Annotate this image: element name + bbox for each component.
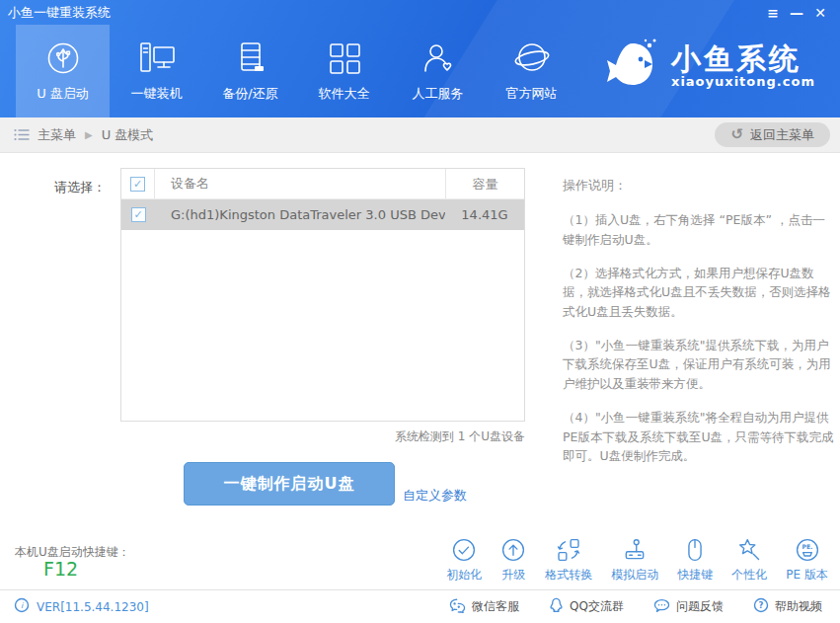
nav-label: 软件大全 — [319, 85, 370, 103]
breadcrumb: 主菜单 ▶ U 盘模式 ↺ 返回主菜单 — [0, 117, 840, 153]
back-arrow-icon: ↺ — [730, 127, 743, 142]
tool-label: PE 版本 — [786, 567, 828, 584]
app-window: 小鱼一键重装系统 ≡ — ✕ U 盘启动 — [0, 0, 840, 623]
svg-text:?: ? — [759, 600, 764, 610]
nav-tab-one-click-install[interactable]: 一键装机 — [110, 25, 203, 117]
info-icon: i — [14, 597, 30, 616]
wechat-icon — [449, 598, 466, 616]
list-icon — [14, 128, 30, 141]
format-convert-icon — [556, 536, 581, 563]
website-globe-icon — [513, 40, 551, 76]
device-table: ✓ 设备名 容量 ✓ G:(hd1)Kingston DataTraveler … — [120, 168, 525, 422]
tool-personalize[interactable]: 个性化 — [731, 536, 767, 584]
tool-label: 快捷键 — [677, 567, 713, 584]
version-text: VER[11.5.44.1230] — [37, 600, 149, 614]
brand-name: 小鱼系统 — [671, 43, 815, 75]
detect-status-text: 系统检测到 1 个U盘设备 — [120, 428, 525, 445]
tool-label: 个性化 — [731, 567, 767, 584]
custom-params-link[interactable]: 自定义参数 — [403, 487, 467, 505]
nav-tab-software[interactable]: 软件大全 — [297, 25, 391, 117]
tool-label: 模拟启动 — [611, 567, 658, 584]
close-icon[interactable]: ✕ — [808, 3, 832, 23]
hotkey-value: F12 — [43, 558, 78, 580]
tools-row: 初始化 升级 格式转换 — [446, 536, 828, 584]
window-title: 小鱼一键重装系统 — [0, 4, 111, 22]
tool-upgrade[interactable]: 升级 — [500, 536, 526, 584]
tool-label: 初始化 — [446, 567, 482, 584]
select-label: 请选择： — [54, 179, 106, 196]
instruction-step: （3）"小鱼一键重装系统"提供系统下载，为用户下载系统保存至U盘，保证用户有系统… — [563, 336, 837, 393]
device-name: G:(hd1)Kingston DataTraveler 3.0 USB Dev… — [155, 207, 445, 222]
nav-tab-backup-restore[interactable]: 备份/还原 — [203, 25, 297, 117]
backup-restore-icon — [233, 40, 268, 76]
status-link-label: 微信客服 — [472, 598, 519, 615]
nav-tab-usb-boot[interactable]: U 盘启动 — [16, 25, 110, 117]
pe-version-icon: PE. — [795, 536, 820, 563]
brand-domain: xiaoyuxitong.com — [671, 74, 815, 89]
table-row[interactable]: ✓ G:(hd1)Kingston DataTraveler 3.0 USB D… — [121, 199, 524, 230]
help-video-icon: ? — [753, 597, 769, 616]
make-boot-usb-button[interactable]: 一键制作启动U盘 — [184, 462, 395, 506]
qq-icon — [549, 597, 564, 617]
brand-text: 小鱼系统 xiaoyuxitong.com — [671, 43, 815, 90]
nav-label: U 盘启动 — [37, 85, 89, 103]
minimize-icon[interactable]: — — [785, 3, 808, 23]
tool-initialize[interactable]: 初始化 — [446, 536, 482, 584]
tool-hotkey[interactable]: 快捷键 — [677, 536, 713, 584]
device-capacity: 14.41G — [445, 199, 524, 230]
tool-format-convert[interactable]: 格式转换 — [545, 536, 592, 584]
qq-group-link[interactable]: QQ交流群 — [549, 597, 624, 617]
nav-tab-support[interactable]: 人工服务 — [391, 25, 485, 117]
computer-icon — [137, 40, 177, 76]
back-to-main-menu-button[interactable]: ↺ 返回主菜单 — [715, 122, 830, 147]
menu-icon[interactable]: ≡ — [761, 3, 785, 23]
tool-simulate-boot[interactable]: 模拟启动 — [611, 536, 658, 584]
tool-label: 格式转换 — [545, 567, 592, 584]
status-link-label: QQ交流群 — [570, 598, 624, 615]
instructions-title: 操作说明： — [563, 176, 837, 195]
status-link-label: 问题反馈 — [676, 598, 724, 615]
instructions-panel: 操作说明： （1）插入U盘，右下角选择 “PE版本” ，点击一键制作启动U盘。 … — [563, 176, 837, 480]
breadcrumb-current: U 盘模式 — [102, 126, 154, 144]
svg-text:i: i — [21, 601, 24, 610]
help-video-link[interactable]: ? 帮助视频 — [753, 597, 822, 617]
nav-label: 官方网站 — [506, 85, 558, 103]
tool-pe-version[interactable]: PE. PE 版本 — [786, 536, 828, 584]
wechat-support-link[interactable]: 微信客服 — [449, 597, 519, 617]
feedback-bubble-icon — [653, 598, 670, 616]
main-nav: U 盘启动 一键装机 — [16, 25, 578, 117]
table-header: ✓ 设备名 容量 — [121, 169, 524, 199]
status-link-label: 帮助视频 — [775, 598, 822, 615]
svg-text:PE.: PE. — [802, 543, 812, 550]
simulate-boot-icon — [622, 536, 648, 563]
hotkey-mouse-icon — [682, 536, 708, 563]
select-all-checkbox[interactable]: ✓ — [130, 177, 145, 192]
statusbar: i VER[11.5.44.1230] 微信客服 — [0, 589, 840, 623]
nav-tab-website[interactable]: 官方网站 — [485, 25, 578, 117]
titlebar: 小鱼一键重装系统 ≡ — ✕ — [0, 0, 840, 25]
status-links: 微信客服 QQ交流群 问题反馈 — [449, 597, 840, 617]
fish-logo-icon — [600, 34, 661, 99]
nav-label: 一键装机 — [131, 85, 183, 103]
feedback-link[interactable]: 问题反馈 — [653, 597, 724, 617]
header: 小鱼一键重装系统 ≡ — ✕ U 盘启动 — [0, 0, 840, 117]
back-button-label: 返回主菜单 — [750, 126, 814, 144]
instruction-step: （2）选择格式化方式，如果用户想保存U盘数据，就选择格式化U盘且不丢失数据，否则… — [563, 264, 837, 321]
window-controls: ≡ — ✕ — [761, 3, 840, 23]
support-person-icon — [420, 40, 456, 76]
tool-label: 升级 — [501, 567, 525, 584]
nav-label: 人工服务 — [413, 85, 464, 103]
column-header-capacity: 容量 — [445, 169, 524, 198]
version-info[interactable]: i VER[11.5.44.1230] — [0, 597, 149, 616]
init-check-icon — [451, 536, 477, 563]
personalize-star-icon — [736, 536, 762, 563]
breadcrumb-root[interactable]: 主菜单 — [38, 126, 76, 144]
upgrade-arrow-icon — [500, 536, 526, 563]
row-checkbox[interactable]: ✓ — [131, 207, 146, 222]
instruction-step: （1）插入U盘，右下角选择 “PE版本” ，点击一键制作启动U盘。 — [563, 210, 837, 249]
nav-label: 备份/还原 — [222, 85, 277, 103]
usb-icon — [45, 40, 81, 76]
apps-grid-icon — [327, 40, 362, 76]
breadcrumb-separator-icon: ▶ — [85, 129, 93, 140]
column-header-device: 设备名 — [155, 175, 445, 193]
